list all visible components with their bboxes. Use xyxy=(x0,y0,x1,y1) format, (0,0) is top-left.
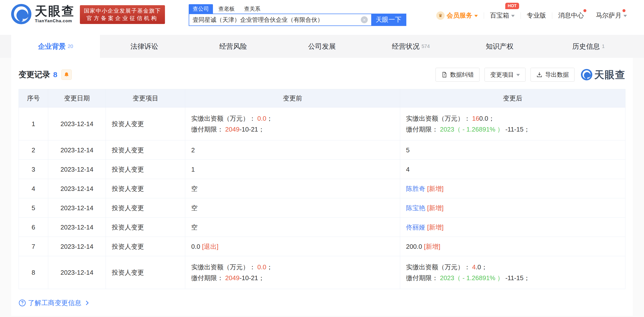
nav-tab-history-info[interactable]: 历史信息1 xyxy=(544,35,633,58)
cell-text: [退出] xyxy=(202,243,218,250)
menu-user-account[interactable]: 马尔萨月 xyxy=(590,11,633,20)
menu-pro-version[interactable]: 专业版 xyxy=(521,11,552,20)
section-title: 变更记录 xyxy=(18,69,50,80)
export-data-button[interactable]: 导出数据 xyxy=(530,68,574,82)
download-icon xyxy=(536,72,542,78)
cell-text: 1 xyxy=(191,166,195,173)
hot-badge: HOT xyxy=(505,3,519,9)
search-button[interactable]: 天眼一下 xyxy=(371,14,406,26)
nav-tab-business-status[interactable]: 经营状况574 xyxy=(366,35,455,58)
cell-text: 4 xyxy=(472,263,476,271)
clear-search-icon[interactable]: × xyxy=(361,16,368,23)
change-date-cell: 2023-12-14 xyxy=(48,198,106,218)
notification-dot xyxy=(584,9,586,12)
row-number-cell: 2 xyxy=(19,140,48,160)
export-data-label: 导出数据 xyxy=(545,71,569,79)
person-link[interactable]: 佟丽娅 xyxy=(406,224,426,231)
cell-text: 0.0； xyxy=(479,115,494,122)
menu-messages-label: 消息中心 xyxy=(558,11,584,20)
row-number-cell: 4 xyxy=(19,179,48,198)
table-row: 82023-12-14投资人变更实缴出资额（万元）： 0.0；缴付期限： 204… xyxy=(19,256,626,289)
row-number-cell: 3 xyxy=(19,160,48,179)
col-header-item: 变更项目 xyxy=(106,89,185,108)
chevron-down-icon xyxy=(511,15,515,17)
change-date-cell: 2023-12-14 xyxy=(48,140,106,160)
change-after-cell: 实缴出资额（万元）： 4.0；缴付期限： 2023（ - 1.26891% ） … xyxy=(400,256,625,289)
change-item-cell: 投资人变更 xyxy=(106,256,185,289)
change-date-cell: 2023-12-14 xyxy=(48,160,106,179)
chevron-right-icon xyxy=(83,299,91,306)
search-tab-relation[interactable]: 查关系 xyxy=(240,4,264,14)
cell-text: [新增] xyxy=(424,243,440,250)
nav-tab-count: 574 xyxy=(422,44,430,49)
change-date-cell: 2023-12-14 xyxy=(48,108,106,140)
change-item-cell: 投资人变更 xyxy=(106,140,185,160)
change-date-cell: 2023-12-14 xyxy=(48,256,106,289)
cell-text: 0.0 xyxy=(258,263,266,271)
cell-text: 4 xyxy=(406,166,410,173)
cell-text: 0.0 xyxy=(258,115,266,122)
monitor-bell-button[interactable] xyxy=(61,70,72,80)
cell-text: -11-15； xyxy=(504,274,530,282)
row-number-cell: 7 xyxy=(19,237,48,256)
search-input-wrap: × xyxy=(189,14,371,26)
table-row: 52023-12-14投资人变更空陈宝艳 [新增] xyxy=(19,198,626,218)
search-tab-company[interactable]: 查公司 xyxy=(189,4,213,14)
section-header: 变更记录 8 数据纠错 变更项目 xyxy=(18,68,626,82)
cell-text: 2049 xyxy=(225,274,240,282)
watermark-text: 天眼查 xyxy=(594,68,626,82)
nav-tab-label: 历史信息 xyxy=(572,42,600,51)
change-item-filter-label: 变更项目 xyxy=(490,71,514,79)
learn-more-link[interactable]: 了解工商变更信息 xyxy=(18,298,91,307)
cell-text: 实缴出资额（万元）： xyxy=(406,263,472,271)
col-header-date: 变更日期 xyxy=(48,89,106,108)
tianyancha-swirl-icon xyxy=(11,4,32,24)
menu-toolbox-label: 百宝箱 xyxy=(490,11,509,20)
nav-tab-legal-lawsuit[interactable]: 法律诉讼 xyxy=(100,35,189,58)
cell-text: [新增] xyxy=(427,204,444,212)
menu-toolbox[interactable]: HOT 百宝箱 xyxy=(484,11,520,20)
data-correction-button[interactable]: 数据纠错 xyxy=(436,68,480,82)
table-row: 42023-12-14投资人变更空陈胜奇 [新增] xyxy=(19,179,626,198)
nav-tab-company-development[interactable]: 公司发展 xyxy=(278,35,366,58)
section-count: 8 xyxy=(53,70,58,79)
search-module: 查公司 查老板 查关系 × 天眼一下 xyxy=(189,4,406,26)
change-item-filter-dropdown[interactable]: 变更项目 xyxy=(484,68,526,82)
change-date-cell: 2023-12-14 xyxy=(48,179,106,198)
cell-text: 0.0 xyxy=(191,243,202,250)
row-number-cell: 5 xyxy=(19,198,48,218)
cell-text: 缴付期限： xyxy=(406,274,440,282)
question-circle-icon xyxy=(18,299,26,306)
chevron-down-icon xyxy=(516,74,520,76)
menu-message-center[interactable]: 消息中心 xyxy=(552,11,590,20)
search-tab-boss[interactable]: 查老板 xyxy=(214,4,239,14)
person-link[interactable]: 陈胜奇 xyxy=(406,185,426,192)
cell-text: -10-21； xyxy=(240,126,264,133)
col-header-before: 变更前 xyxy=(185,89,400,108)
nav-tab-company-background[interactable]: 企业背景20 xyxy=(11,35,100,58)
table-row: 72023-12-14投资人变更0.0 [退出]200.0 [新增] xyxy=(19,237,626,256)
cell-text: 2049 xyxy=(225,126,240,133)
nav-tab-label: 企业背景 xyxy=(38,42,66,51)
cell-text: 缴付期限： xyxy=(191,126,225,133)
cell-text: 实缴出资额（万元）： xyxy=(191,115,257,122)
cell-text: 2023（ - 1.26891% ） xyxy=(440,126,504,133)
cell-text: 空 xyxy=(191,224,198,231)
table-row: 12023-12-14投资人变更实缴出资额（万元）： 0.0；缴付期限： 204… xyxy=(19,108,626,140)
search-tabs: 查公司 查老板 查关系 xyxy=(189,4,406,14)
cell-text: 空 xyxy=(191,185,198,192)
site-logo[interactable]: 天眼查 TianYanCha.com xyxy=(11,4,75,24)
nav-tab-label: 公司发展 xyxy=(308,42,336,51)
col-header-after: 变更后 xyxy=(400,89,625,108)
person-link[interactable]: 陈宝艳 xyxy=(406,204,426,212)
cell-text xyxy=(426,204,427,212)
nav-tab-count: 1 xyxy=(602,44,605,49)
nav-tab-intellectual-property[interactable]: 知识产权 xyxy=(455,35,544,58)
nav-tab-business-risk[interactable]: 经营风险 xyxy=(189,35,278,58)
row-number-cell: 8 xyxy=(19,256,48,289)
menu-vip-services[interactable]: ♛ 会员服务 xyxy=(430,11,484,20)
search-input[interactable] xyxy=(193,16,361,23)
cell-text: 2023（ - 1.26891% ） xyxy=(440,274,504,282)
change-records-card: 变更记录 8 数据纠错 变更项目 xyxy=(11,58,633,316)
change-before-cell: 实缴出资额（万元）： 0.0；缴付期限： 2049-10-21； xyxy=(185,108,400,140)
